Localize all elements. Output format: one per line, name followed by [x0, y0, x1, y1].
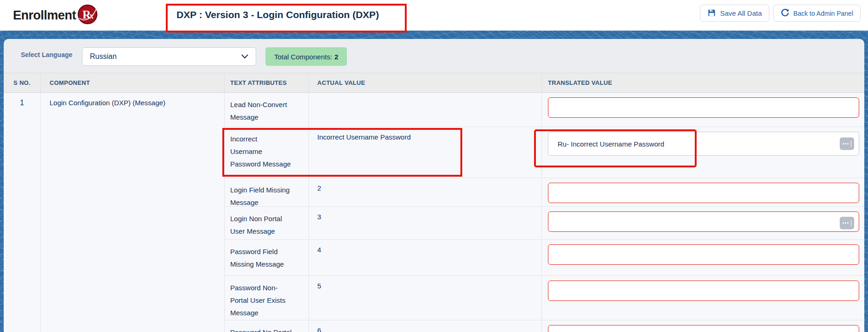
translated-value-cell: [542, 93, 864, 127]
language-select[interactable]: Russian: [82, 47, 256, 66]
translated-input[interactable]: [548, 244, 859, 265]
text-cursor-icon: [851, 141, 851, 147]
total-components-count: 2: [334, 53, 338, 61]
translated-value-cell: [542, 127, 864, 178]
col-header-component: COMPONENT: [41, 73, 225, 93]
save-button-label: Save All Data: [720, 9, 762, 17]
app-window: Enrollment R x DXP : Version 3 - Login C…: [0, 0, 868, 332]
translated-input[interactable]: [548, 211, 859, 232]
attribute-cell: Login Field Missing Message: [225, 178, 309, 206]
select-language-label: Select Language: [21, 51, 72, 58]
actual-value-cell: 3: [309, 206, 542, 239]
translated-value-cell: [542, 239, 864, 275]
translated-value-cell: [542, 206, 864, 239]
save-all-data-button[interactable]: Save All Data: [700, 5, 769, 22]
translation-table: S NO. COMPONENT TEXT ATTRIBUTES ACTUAL V…: [4, 73, 864, 332]
save-icon: [707, 8, 716, 19]
attribute-cell: Password Field Missing Message: [225, 239, 309, 275]
attribute-cell: Lead Non-Convert Message: [225, 93, 309, 127]
back-to-admin-panel-button[interactable]: Back to Admin Panel: [773, 5, 861, 22]
translated-input[interactable]: [548, 325, 859, 332]
actual-value-cell: 4: [309, 239, 542, 275]
translated-value-cell: [542, 320, 864, 332]
svg-text:x: x: [89, 11, 94, 20]
total-components-badge: Total Components: 2: [265, 47, 347, 66]
top-header-bar: Enrollment R x DXP : Version 3 - Login C…: [0, 0, 868, 31]
actual-value-cell: 6: [309, 320, 542, 332]
translated-input[interactable]: [548, 281, 859, 301]
content-panel: Select Language Russian Total Components…: [4, 39, 864, 332]
ellipsis-icon: [843, 143, 844, 145]
back-button-label: Back to Admin Panel: [793, 10, 853, 17]
translated-value-cell: [542, 275, 864, 320]
translated-input[interactable]: [548, 183, 859, 203]
attribute-cell: Incorrect Username Password Message: [225, 127, 309, 178]
back-redo-icon: [780, 8, 789, 19]
col-header-translated-value: TRANSLATED VALUE: [542, 73, 864, 93]
actual-value-cell: [309, 93, 542, 127]
more-options-button[interactable]: [840, 138, 854, 150]
actual-value-cell: Incorrect Username Password: [309, 127, 542, 178]
language-selected-value: Russian: [90, 52, 117, 61]
translated-value-cell: [542, 178, 864, 206]
component-cell: Login Configuration (DXP) (Message): [41, 93, 225, 332]
total-components-label: Total Components:: [274, 53, 332, 61]
translated-input[interactable]: [548, 132, 859, 156]
attribute-cell: Login Non Portal User Message: [225, 206, 309, 239]
actual-value-cell: 2: [309, 178, 542, 206]
translated-input[interactable]: [548, 97, 859, 118]
enrollment-logo: Enrollment R x: [13, 0, 98, 31]
col-header-actual-value: ACTUAL VALUE: [309, 73, 542, 93]
more-options-button[interactable]: [840, 217, 854, 230]
ellipsis-icon: [843, 222, 844, 224]
actual-value-cell: 5: [309, 275, 542, 320]
page-title: DXP : Version 3 - Login Configuration (D…: [176, 0, 379, 30]
logo-text: Enrollment: [13, 8, 76, 23]
s-no-cell: 1: [4, 93, 41, 332]
col-header-text-attributes: TEXT ATTRIBUTES: [225, 73, 309, 93]
header-actions: Save All Data Back to Admin Panel: [700, 5, 861, 22]
attribute-cell: Password Non- Portal User Exists Message: [225, 275, 309, 320]
chevron-down-icon: [241, 52, 248, 61]
text-cursor-icon: [851, 220, 851, 226]
attribute-cell: Password No Portal: [225, 320, 309, 332]
col-header-s-no: S NO.: [4, 73, 41, 93]
rx-circle-badge-icon: R x: [77, 4, 98, 27]
